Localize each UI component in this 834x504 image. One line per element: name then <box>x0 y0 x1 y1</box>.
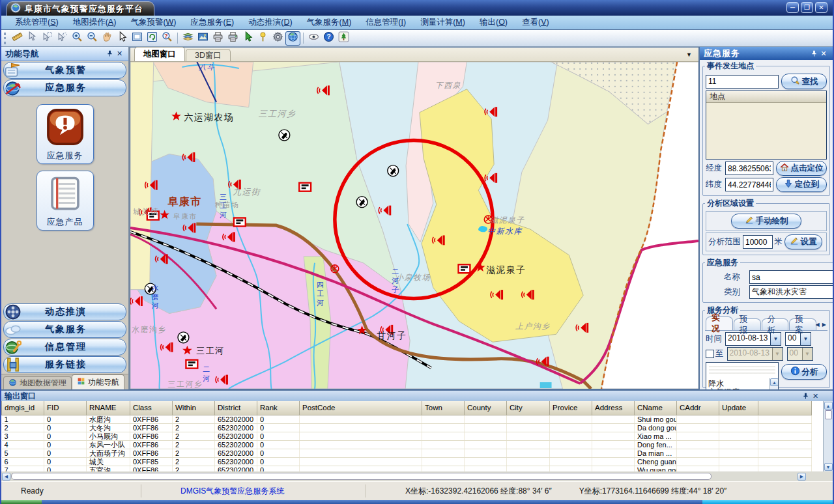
column-header[interactable]: CName <box>635 401 677 415</box>
longitude-input[interactable] <box>725 161 773 175</box>
close-icon[interactable]: ✕ <box>811 391 820 400</box>
location-result-list[interactable]: 地点 <box>706 91 827 160</box>
pan-hand-button[interactable] <box>100 31 115 46</box>
pin-icon[interactable] <box>809 49 819 58</box>
manual-draw-button[interactable]: 手动绘制 <box>731 214 801 229</box>
nav-group-bottom-2[interactable]: 气象服务 <box>3 321 126 338</box>
table-row[interactable]: 20大冬沟0XFF8626523020000Da dong gou <box>2 423 812 432</box>
column-header[interactable]: FID <box>44 401 87 415</box>
placemark-button[interactable] <box>255 31 270 46</box>
analyze-button[interactable]: 分析 <box>781 364 827 380</box>
column-header[interactable]: RNAME <box>87 401 130 415</box>
pin-icon[interactable] <box>105 49 115 59</box>
close-button[interactable]: ✕ <box>815 2 827 13</box>
tab-list-dropdown-icon[interactable]: ▼ <box>686 51 692 58</box>
to-date-checkbox[interactable] <box>706 350 714 358</box>
tab-scroll-icons[interactable]: ◀ ▶ <box>815 322 827 328</box>
nav-group-bottom-1[interactable]: 动态推演 <box>3 303 126 320</box>
service-name-input[interactable] <box>749 270 834 284</box>
column-header[interactable]: Within <box>173 401 215 415</box>
minimize-button[interactable]: ─ <box>786 2 799 13</box>
identify-button[interactable]: ? <box>160 31 175 46</box>
analysis-tab-4[interactable]: 预案 <box>789 318 816 330</box>
select-arrow-button[interactable] <box>25 31 40 46</box>
zoom-out-button[interactable] <box>85 31 100 46</box>
menu-item-1[interactable]: 系统管理(S) <box>8 16 66 29</box>
analysis-tab-2[interactable]: 预报 <box>734 318 761 330</box>
green-pointer-button[interactable] <box>240 31 255 46</box>
table-row[interactable]: 40东风一小队0XFF8626523020000Dong fen... <box>2 440 812 449</box>
column-header[interactable]: Address <box>592 401 635 415</box>
zoom-in-button[interactable] <box>70 31 85 46</box>
scroll-up-icon[interactable]: ▲ <box>824 402 833 410</box>
event-location-input[interactable] <box>706 75 779 89</box>
big-button-1[interactable]: 应急服务 <box>36 104 94 164</box>
menu-item-10[interactable]: 查看(V) <box>515 16 556 29</box>
scroll-up-icon[interactable]: ▲ <box>770 378 779 386</box>
column-header[interactable]: City <box>507 401 550 415</box>
menu-item-7[interactable]: 信息管理(I) <box>358 16 413 29</box>
nav-group-top-1[interactable]: 气象预警 <box>3 62 126 79</box>
column-header[interactable]: Update <box>719 401 758 415</box>
toolbar-grip[interactable] <box>4 33 7 44</box>
scroll-left-icon[interactable]: ◀ <box>2 473 10 481</box>
analysis-tab-3[interactable]: 分析 <box>762 318 789 330</box>
find-button[interactable]: 查找 <box>781 74 827 89</box>
globe-button[interactable] <box>285 31 300 46</box>
pointer-button[interactable] <box>115 31 130 46</box>
map-tab-1[interactable]: 地图窗口 <box>134 47 185 61</box>
left-panel-tab-1[interactable]: 地图数据管理 <box>3 376 72 389</box>
select-lasso-button[interactable] <box>55 31 70 46</box>
set-range-button[interactable]: 设置 <box>784 234 822 249</box>
menu-item-8[interactable]: 测量计算(M) <box>413 16 472 29</box>
layers-button[interactable] <box>180 31 195 46</box>
export-image-button[interactable] <box>195 31 210 46</box>
column-header[interactable]: Town <box>422 401 465 415</box>
close-icon[interactable]: ✕ <box>819 49 829 58</box>
full-extent-button[interactable] <box>130 31 145 46</box>
table-row[interactable]: 70五官沟0XFF8626523020000Wu guan gou <box>2 466 812 471</box>
print-color-button[interactable] <box>225 31 240 46</box>
column-header[interactable]: Provice <box>550 401 592 415</box>
refresh-button[interactable] <box>145 31 160 46</box>
vertical-scrollbar[interactable]: ▲ ▼ <box>823 401 833 471</box>
close-icon[interactable]: ✕ <box>115 49 124 59</box>
menu-item-5[interactable]: 动态推演(D) <box>241 16 299 29</box>
column-header[interactable]: County <box>465 401 507 415</box>
tree-button[interactable] <box>336 31 351 46</box>
print-button[interactable] <box>210 31 225 46</box>
menu-item-3[interactable]: 气象预警(W) <box>123 16 183 29</box>
nav-group-bottom-4[interactable]: 服务链接 <box>3 356 126 373</box>
table-row[interactable]: 10水磨沟0XFF8626523020000Shui mo gou <box>2 415 812 423</box>
service-category-select[interactable]: 气象和洪水灾害 ▼ <box>749 285 834 299</box>
goto-location-button[interactable]: 定位到 <box>776 177 827 192</box>
eye-button[interactable] <box>306 31 321 46</box>
table-row[interactable]: 30小马厩沟0XFF8626523020000Xiao ma ... <box>2 432 812 440</box>
select-rect-button[interactable] <box>40 31 55 46</box>
map-canvas[interactable]: 六运湖农场三工河乡下西泉九运街阜康市城关镇阜康市种苗场滋泥泉子中新水库滋泥泉子小… <box>130 62 698 389</box>
column-header[interactable]: CAddr <box>677 401 719 415</box>
scrollbar-thumb[interactable] <box>11 473 712 480</box>
nav-group-top-2[interactable]: 应急服务 <box>3 79 126 96</box>
analysis-range-input[interactable] <box>743 235 773 249</box>
help-button[interactable]: ? <box>321 31 336 46</box>
menu-item-4[interactable]: 应急服务(E) <box>184 16 242 29</box>
scroll-right-icon[interactable]: ▶ <box>798 473 806 481</box>
ruler-button[interactable] <box>10 31 25 46</box>
scrollbar-thumb[interactable] <box>825 410 832 419</box>
analysis-tab-1[interactable]: 实况 <box>706 316 733 330</box>
left-panel-tab-2[interactable]: 功能导航 <box>72 374 124 389</box>
gear-button[interactable] <box>270 31 285 46</box>
restore-button[interactable]: ❐ <box>801 2 813 13</box>
pin-icon[interactable] <box>801 391 811 400</box>
menu-item-6[interactable]: 气象服务(M) <box>300 16 359 29</box>
table-row[interactable]: 60城关0XFF8526523020000Cheng guan <box>2 457 812 466</box>
horizontal-scrollbar[interactable]: ◀ ▶ <box>1 471 833 481</box>
column-header[interactable]: dmgis_id <box>2 401 44 415</box>
column-header[interactable]: Class <box>130 401 173 415</box>
locate-by-click-button[interactable]: 点击定位 <box>776 161 827 176</box>
table-row[interactable]: 50大面场子沟0XFF8626523020000Da mian ... <box>2 449 812 457</box>
latitude-input[interactable] <box>725 178 773 191</box>
menu-item-2[interactable]: 地图操作(A) <box>66 16 124 29</box>
nav-group-bottom-3[interactable]: 信息管理 <box>3 339 126 356</box>
